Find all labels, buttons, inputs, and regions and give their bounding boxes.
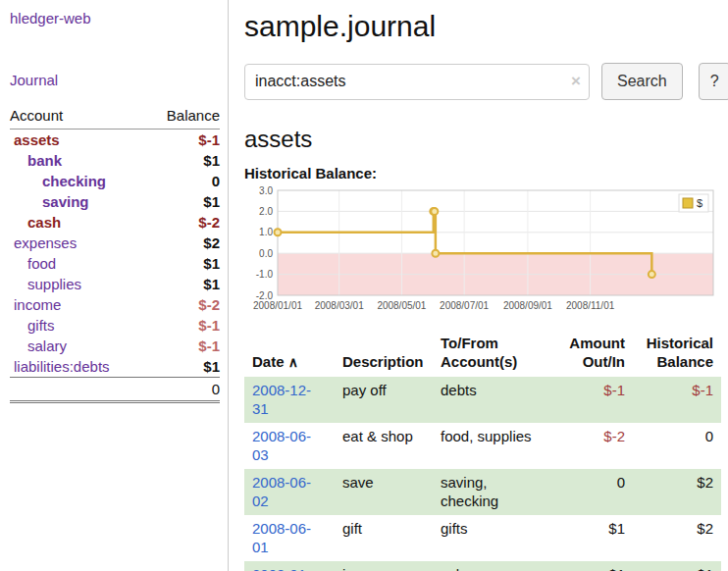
register-header-account: To/From Account(s) (433, 333, 556, 377)
accounts-total-spacer (10, 378, 147, 402)
help-button[interactable]: ? (699, 63, 728, 100)
account-link[interactable]: supplies (27, 276, 81, 292)
transaction-description: gift (335, 515, 433, 561)
account-link[interactable]: checking (42, 173, 106, 189)
sidebar-item-journal[interactable]: Journal (10, 72, 220, 88)
account-row: food$1 (10, 253, 220, 274)
transaction-date-cell: 2008-06-01 (244, 515, 335, 561)
account-row: cash$-2 (10, 212, 220, 233)
search-button[interactable]: Search (601, 63, 683, 100)
x-tick-label: 2008/11/01 (566, 300, 615, 311)
transaction-amount: $1 (556, 561, 633, 571)
account-heading: assets (244, 126, 728, 153)
accounts-header-row: Account Balance (10, 104, 220, 130)
register-row: 2008-01-01incomesalary$1$1 (244, 561, 721, 571)
account-link[interactable]: gifts (27, 317, 55, 334)
account-row: saving$1 (10, 191, 220, 212)
sidebar: hledger-web Journal Account Balance asse… (0, 0, 229, 571)
app-title-link[interactable]: hledger-web (10, 10, 220, 26)
account-balance: $1 (147, 356, 220, 378)
transaction-balance: 0 (633, 423, 721, 469)
account-balance: $1 (147, 274, 220, 294)
account-link[interactable]: liabilities:debts (14, 358, 110, 375)
x-tick-label: 2008/09/01 (503, 300, 552, 311)
main-content: sample.journal × Search ? assets Histori… (229, 0, 728, 571)
legend-swatch (683, 198, 693, 208)
account-balance: $1 (147, 191, 220, 212)
accounts-body: assets$-1bank$1checking0saving$1cash$-2e… (10, 130, 220, 378)
transaction-amount: $-2 (556, 423, 633, 469)
chart-title: Historical Balance: (244, 165, 728, 182)
account-link[interactable]: assets (14, 131, 60, 148)
transaction-description: eat & shop (335, 423, 433, 469)
register-row: 2008-12-31pay offdebts$-1$-1 (244, 377, 721, 423)
x-tick-label: 2008/07/01 (440, 300, 489, 311)
page-title: sample.journal (244, 10, 728, 43)
register-header-description: Description (335, 333, 433, 377)
account-balance: 0 (147, 171, 220, 191)
transaction-date-link[interactable]: 2008-06-03 (252, 428, 311, 464)
account-balance: $-2 (147, 212, 220, 233)
account-balance: $1 (147, 150, 220, 171)
transaction-accounts: saving, checking (433, 469, 556, 515)
register-table: Date ∧ Description To/From Account(s) Am… (244, 333, 721, 571)
account-link[interactable]: bank (27, 152, 62, 169)
transaction-date-link[interactable]: 2008-06-02 (252, 474, 311, 510)
register-row: 2008-06-03eat & shopfood, supplies$-20 (244, 423, 721, 469)
account-link[interactable]: expenses (14, 234, 77, 251)
transaction-accounts: food, supplies (433, 423, 556, 469)
transaction-date-link[interactable]: 2008-06-01 (252, 520, 311, 556)
account-balance: $-1 (147, 336, 220, 356)
account-link[interactable]: cash (27, 214, 61, 231)
x-tick-label: 2008/01/01 (253, 300, 302, 311)
account-balance: $1 (147, 253, 220, 274)
account-row: expenses$2 (10, 233, 220, 253)
account-row: income$-2 (10, 294, 220, 315)
transaction-date-link[interactable]: 2008-01-01 (252, 566, 311, 571)
y-tick-label: -1.0 (256, 269, 274, 280)
clear-search-icon[interactable]: × (571, 72, 581, 91)
date-header-label: Date (252, 353, 285, 370)
y-tick-label: -2.0 (256, 290, 274, 301)
account-row: salary$-1 (10, 336, 220, 356)
account-balance: $-1 (147, 315, 220, 336)
accounts-header-balance: Balance (147, 104, 220, 130)
account-link[interactable]: food (27, 255, 56, 272)
account-link[interactable]: income (14, 296, 61, 313)
transaction-accounts: salary (433, 561, 556, 571)
transaction-amount: $1 (556, 515, 633, 561)
transaction-balance: $2 (633, 469, 721, 515)
account-row: supplies$1 (10, 274, 220, 294)
account-row: bank$1 (10, 150, 220, 171)
account-row: checking0 (10, 171, 220, 191)
register-body: 2008-12-31pay offdebts$-1$-12008-06-03ea… (244, 377, 721, 571)
x-tick-label: 2008/03/01 (315, 300, 364, 311)
search-input[interactable] (244, 64, 590, 100)
y-tick-label: 2.0 (259, 206, 273, 217)
accounts-total-value: 0 (147, 378, 220, 402)
account-link[interactable]: saving (42, 193, 89, 210)
accounts-table: Account Balance assets$-1bank$1checking0… (10, 104, 220, 403)
account-row: liabilities:debts$1 (10, 356, 220, 378)
data-point-marker (432, 250, 439, 257)
transaction-balance: $-1 (633, 377, 721, 423)
register-header-date[interactable]: Date ∧ (244, 333, 335, 377)
sort-ascending-icon: ∧ (288, 354, 298, 370)
transaction-accounts: debts (433, 377, 556, 423)
balance-chart: 3.02.01.00.0-1.0-2.02008/01/012008/03/01… (244, 183, 721, 319)
data-point-marker (431, 208, 438, 215)
accounts-header-account: Account (10, 104, 147, 130)
transaction-balance: $1 (633, 561, 721, 571)
account-row: gifts$-1 (10, 315, 220, 336)
transaction-description: pay off (335, 377, 433, 423)
account-row: assets$-1 (10, 130, 220, 151)
transaction-amount: 0 (556, 469, 633, 515)
account-balance: $-1 (147, 130, 220, 151)
transaction-date-cell: 2008-01-01 (244, 561, 335, 571)
app: hledger-web Journal Account Balance asse… (0, 0, 728, 571)
account-link[interactable]: salary (27, 337, 67, 354)
transaction-date-link[interactable]: 2008-12-31 (252, 382, 311, 418)
transaction-date-cell: 2008-06-02 (244, 469, 335, 515)
data-point-marker (275, 229, 282, 235)
register-header-balance: Historical Balance (633, 333, 721, 377)
